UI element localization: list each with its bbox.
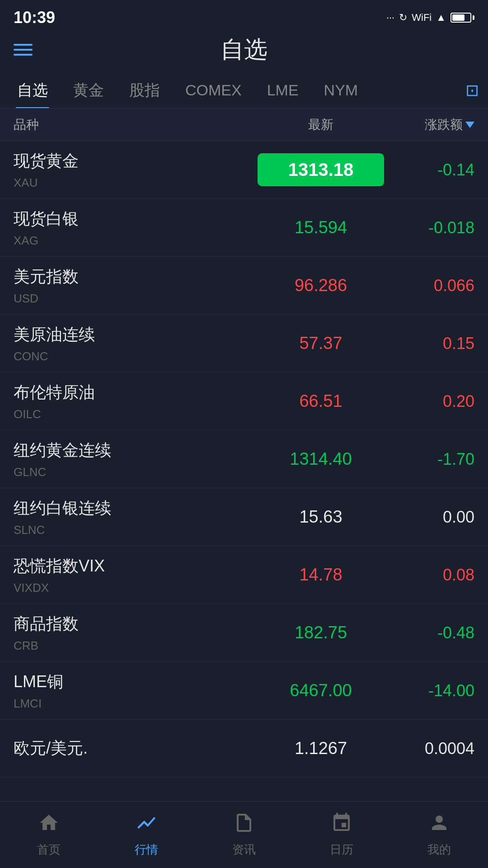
row-change: -14.00 xyxy=(384,681,474,700)
row-info: 美原油连续 CONC xyxy=(14,324,258,363)
tab-index[interactable]: 股指 xyxy=(117,72,173,108)
row-info: LME铜 LMCI xyxy=(14,671,258,711)
tab-comex[interactable]: COMEX xyxy=(173,72,254,108)
row-info: 欧元/美元. xyxy=(14,737,258,760)
nav-label-首页: 首页 xyxy=(37,842,61,858)
row-info: 商品指数 CRB xyxy=(14,613,258,653)
row-price: 182.75 xyxy=(258,623,384,642)
row-change: -0.14 xyxy=(384,160,474,179)
sync-icon: ↻ xyxy=(399,12,407,24)
signal-icon: ▲ xyxy=(436,12,446,24)
row-name: 美原油连续 xyxy=(14,324,258,346)
row-info: 布伦特原油 OILC xyxy=(14,382,258,421)
tab-gold[interactable]: 黄金 xyxy=(61,72,117,108)
row-name: 纽约黄金连续 xyxy=(14,439,258,462)
tab-lme[interactable]: LME xyxy=(254,72,311,108)
row-change: -0.018 xyxy=(384,218,474,237)
row-change: 0.0004 xyxy=(384,739,474,758)
nav-item-日历[interactable]: 日历 xyxy=(293,805,390,865)
row-price: 15.594 xyxy=(258,218,384,237)
nav-icon-日历 xyxy=(331,812,352,837)
row-price: 15.63 xyxy=(258,507,384,527)
row-code: LMCI xyxy=(14,697,258,711)
row-code: OILC xyxy=(14,407,258,421)
col-header-name: 品种 xyxy=(14,116,258,133)
row-name: 现货黄金 xyxy=(14,150,258,172)
table-row[interactable]: 纽约黄金连续 GLNC 1314.40 -1.70 xyxy=(0,430,488,488)
nav-icon-首页 xyxy=(38,812,60,837)
nav-label-行情: 行情 xyxy=(135,842,158,858)
row-change: 0.20 xyxy=(384,392,474,411)
row-code: USD xyxy=(14,292,258,306)
row-price: 1314.40 xyxy=(258,449,384,469)
table-row[interactable]: LME铜 LMCI 6467.00 -14.00 xyxy=(0,662,488,720)
row-price: 14.78 xyxy=(258,565,384,585)
table-row[interactable]: 商品指数 CRB 182.75 -0.48 xyxy=(0,604,488,662)
row-change: 0.00 xyxy=(384,508,474,527)
sort-arrow-icon xyxy=(465,122,474,128)
status-bar: 10:39 ··· ↻ WiFi ▲ xyxy=(0,0,488,32)
row-price: 1313.18 xyxy=(258,153,384,186)
table-row[interactable]: 布伦特原油 OILC 66.51 0.20 xyxy=(0,373,488,430)
nav-label-我的: 我的 xyxy=(427,842,451,858)
row-info: 美元指数 USD xyxy=(14,266,258,306)
row-change: 0.08 xyxy=(384,566,474,585)
nav-item-我的[interactable]: 我的 xyxy=(390,805,488,865)
nav-item-首页[interactable]: 首页 xyxy=(0,805,98,865)
table-header: 品种 最新 涨跌额 xyxy=(0,108,488,141)
menu-button[interactable] xyxy=(14,44,33,56)
table-row[interactable]: 欧元/美元. 1.1267 0.0004 xyxy=(0,720,488,778)
row-info: 恐慌指数VIX VIXDX xyxy=(14,555,258,595)
table-row[interactable]: 美元指数 USD 96.286 0.066 xyxy=(0,257,488,315)
nav-icon-行情 xyxy=(136,812,157,837)
row-info: 纽约黄金连续 GLNC xyxy=(14,439,258,479)
row-code: XAU xyxy=(14,176,258,190)
row-code: CRB xyxy=(14,639,258,653)
table-row[interactable]: 恐慌指数VIX VIXDX 14.78 0.08 xyxy=(0,546,488,604)
row-price: 1.1267 xyxy=(258,739,384,758)
row-price: 66.51 xyxy=(258,392,384,411)
row-name: 欧元/美元. xyxy=(14,737,258,760)
row-code: XAG xyxy=(14,234,258,248)
row-info: 现货黄金 XAU xyxy=(14,150,258,190)
row-price: 57.37 xyxy=(258,334,384,353)
status-icons: ··· ↻ WiFi ▲ xyxy=(386,12,474,24)
battery-icon xyxy=(450,13,474,23)
row-change: 0.066 xyxy=(384,276,474,295)
tab-nym[interactable]: NYM xyxy=(311,72,371,108)
row-change: 0.15 xyxy=(384,334,474,353)
table-row[interactable]: 现货白银 XAG 15.594 -0.018 xyxy=(0,199,488,257)
table-row[interactable]: 美原油连续 CONC 57.37 0.15 xyxy=(0,315,488,373)
row-name: 商品指数 xyxy=(14,613,258,635)
row-change: -0.48 xyxy=(384,623,474,642)
col-header-price: 最新 xyxy=(258,116,384,133)
nav-icon-资讯 xyxy=(233,812,255,837)
header: 自选 xyxy=(0,32,488,72)
tab-more-icon[interactable]: ⊡ xyxy=(461,81,483,100)
table-body: 现货黄金 XAU 1313.18 -0.14 现货白银 XAG 15.594 -… xyxy=(0,141,488,778)
table-row[interactable]: 纽约白银连续 SLNC 15.63 0.00 xyxy=(0,488,488,546)
row-code: SLNC xyxy=(14,523,258,537)
row-price: 6467.00 xyxy=(258,681,384,700)
table-row[interactable]: 现货黄金 XAU 1313.18 -0.14 xyxy=(0,141,488,199)
row-price: 96.286 xyxy=(258,276,384,295)
row-code: VIXDX xyxy=(14,581,258,595)
row-name: LME铜 xyxy=(14,671,258,693)
nav-item-资讯[interactable]: 资讯 xyxy=(195,805,293,865)
dots-icon: ··· xyxy=(386,12,394,24)
row-name: 现货白银 xyxy=(14,208,258,230)
bottom-nav: 首页 行情 资讯 日历 我的 xyxy=(0,801,488,868)
status-time: 10:39 xyxy=(14,8,55,27)
nav-label-资讯: 资讯 xyxy=(232,842,256,858)
page-title: 自选 xyxy=(221,34,267,66)
tab-zixuan[interactable]: 自选 xyxy=(5,72,61,108)
row-code: GLNC xyxy=(14,465,258,479)
row-code: CONC xyxy=(14,349,258,363)
row-change: -1.70 xyxy=(384,450,474,469)
tab-bar: 自选 黄金 股指 COMEX LME NYM ⊡ xyxy=(0,72,488,108)
nav-item-行情[interactable]: 行情 xyxy=(98,805,195,865)
row-info: 现货白银 XAG xyxy=(14,208,258,248)
wifi-icon: WiFi xyxy=(412,12,432,24)
row-name: 恐慌指数VIX xyxy=(14,555,258,577)
nav-label-日历: 日历 xyxy=(330,842,353,858)
